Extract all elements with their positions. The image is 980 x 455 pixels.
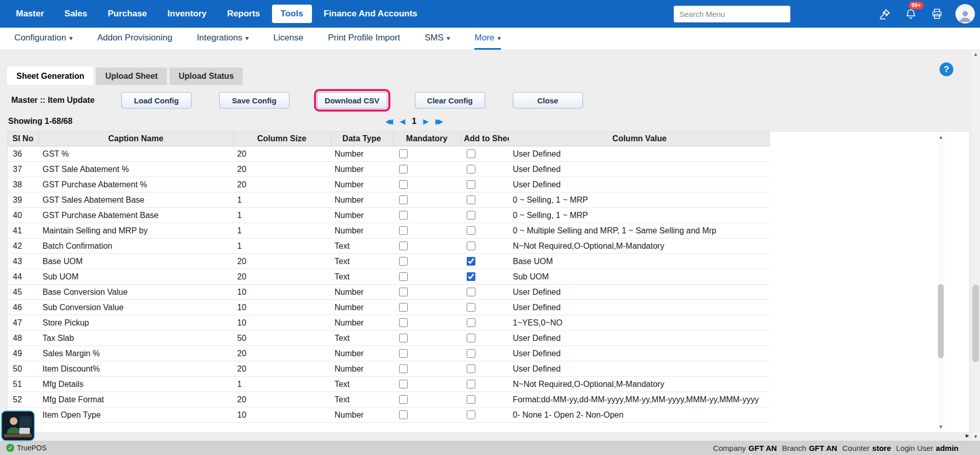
- page-scrollbar[interactable]: [971, 50, 980, 441]
- add-to-sheet-checkbox[interactable]: [467, 288, 475, 296]
- caption-name-cell: Mfg Date Format: [38, 392, 233, 407]
- mandatory-checkbox[interactable]: [399, 257, 408, 266]
- add-to-sheet-checkbox[interactable]: [467, 196, 475, 204]
- scrollbar-down-icon[interactable]: [971, 434, 980, 440]
- mandatory-checkbox[interactable]: [399, 410, 408, 419]
- save-config-button[interactable]: Save Config: [219, 92, 289, 109]
- mandatory-checkbox[interactable]: [399, 180, 408, 189]
- scrollbar-down-icon[interactable]: [937, 424, 945, 430]
- status-field-label: Login User: [896, 444, 933, 452]
- caption-name-cell: Batch Confirmation: [38, 238, 233, 253]
- topnav-item-master[interactable]: Master: [7, 5, 53, 23]
- mandatory-cell: [393, 407, 461, 422]
- topnav-item-finance-and-accounts[interactable]: Finance And Accounts: [315, 5, 426, 23]
- mandatory-checkbox[interactable]: [399, 303, 408, 312]
- add-to-sheet-cell: [461, 146, 509, 161]
- mandatory-checkbox[interactable]: [399, 364, 408, 373]
- add-to-sheet-cell: [461, 177, 509, 192]
- subnav-item-label: License: [274, 33, 304, 43]
- add-to-sheet-checkbox[interactable]: [467, 303, 475, 312]
- tab-upload-status[interactable]: Upload Status: [170, 68, 243, 85]
- download-csv-button[interactable]: Download CSV: [317, 92, 387, 109]
- status-field-value: admin: [936, 444, 958, 452]
- mandatory-checkbox[interactable]: [399, 272, 408, 281]
- subnav-item-addon-provisioning[interactable]: Addon Provisioning: [97, 28, 172, 50]
- add-to-sheet-checkbox[interactable]: [467, 180, 475, 189]
- top-navbar: MasterSalesPurchaseInventoryReportsTools…: [0, 0, 980, 28]
- data-type-cell: Number: [330, 161, 393, 177]
- scrollbar-up-icon[interactable]: [937, 134, 945, 140]
- clear-config-button[interactable]: Clear Config: [415, 92, 485, 109]
- sl-no-cell: 43: [8, 253, 38, 269]
- subnav-item-print-profile-import[interactable]: Print Profile Import: [328, 28, 400, 50]
- help-icon[interactable]: ?: [940, 62, 953, 76]
- topnav-item-tools[interactable]: Tools: [272, 5, 312, 23]
- mandatory-checkbox[interactable]: [399, 165, 408, 174]
- chevron-down-icon: [69, 33, 73, 43]
- gavel-icon[interactable]: [877, 6, 892, 21]
- mandatory-checkbox[interactable]: [399, 318, 408, 327]
- search-input[interactable]: [674, 6, 790, 23]
- add-to-sheet-checkbox[interactable]: [467, 410, 475, 419]
- topnav-item-inventory[interactable]: Inventory: [159, 5, 216, 23]
- subnav-item-more[interactable]: More: [474, 28, 501, 50]
- last-page-icon[interactable]: [435, 118, 443, 125]
- add-to-sheet-checkbox[interactable]: [467, 318, 475, 327]
- topnav-item-sales[interactable]: Sales: [56, 5, 96, 23]
- next-page-icon[interactable]: [423, 118, 429, 125]
- mandatory-checkbox[interactable]: [399, 349, 408, 358]
- close-button[interactable]: Close: [513, 92, 583, 109]
- table-row: 36GST %20NumberUser Defined: [8, 146, 770, 161]
- topnav-item-reports[interactable]: Reports: [218, 5, 268, 23]
- add-to-sheet-checkbox[interactable]: [467, 334, 475, 342]
- mandatory-checkbox[interactable]: [399, 226, 408, 235]
- mandatory-checkbox[interactable]: [399, 380, 408, 388]
- mandatory-checkbox[interactable]: [399, 149, 408, 158]
- load-config-button[interactable]: Load Config: [121, 92, 192, 109]
- subnav-item-label: Configuration: [14, 33, 66, 43]
- mandatory-checkbox[interactable]: [399, 395, 408, 404]
- column-value-cell: User Defined: [509, 330, 770, 345]
- add-to-sheet-checkbox[interactable]: [467, 395, 475, 404]
- prev-page-icon[interactable]: [400, 118, 405, 125]
- mandatory-checkbox[interactable]: [399, 334, 408, 342]
- tab-sheet-generation[interactable]: Sheet Generation: [7, 67, 93, 85]
- subnav-item-sms[interactable]: SMS: [425, 28, 450, 50]
- mandatory-checkbox[interactable]: [399, 196, 408, 204]
- mandatory-cell: [393, 146, 461, 161]
- mandatory-cell: [393, 269, 461, 284]
- page-scrollbar-thumb[interactable]: [972, 285, 979, 362]
- table-scrollbar-thumb[interactable]: [938, 284, 944, 358]
- current-page[interactable]: 1: [412, 117, 416, 126]
- mandatory-checkbox[interactable]: [399, 211, 408, 220]
- add-to-sheet-checkbox[interactable]: [467, 272, 475, 281]
- add-to-sheet-checkbox[interactable]: [467, 211, 475, 220]
- subnav-item-license[interactable]: License: [274, 28, 304, 50]
- mandatory-checkbox[interactable]: [399, 242, 408, 250]
- subnav-item-configuration[interactable]: Configuration: [14, 28, 73, 50]
- topnav-item-purchase[interactable]: Purchase: [99, 5, 156, 23]
- tab-upload-sheet[interactable]: Upload Sheet: [96, 68, 166, 85]
- add-to-sheet-checkbox[interactable]: [467, 380, 475, 388]
- add-to-sheet-checkbox[interactable]: [467, 226, 475, 235]
- data-type-cell: Number: [330, 146, 393, 161]
- sub-navbar: ConfigurationAddon ProvisioningIntegrati…: [0, 28, 980, 50]
- mandatory-cell: [393, 207, 461, 223]
- add-to-sheet-checkbox[interactable]: [467, 242, 475, 250]
- mandatory-cell: [393, 223, 461, 238]
- add-to-sheet-checkbox[interactable]: [467, 257, 475, 266]
- table-scrollbar[interactable]: [937, 133, 945, 431]
- bell-icon[interactable]: 99+: [903, 6, 919, 21]
- printer-icon[interactable]: [929, 6, 945, 21]
- add-to-sheet-checkbox[interactable]: [467, 149, 475, 158]
- data-type-cell: Text: [330, 253, 393, 269]
- subnav-item-integrations[interactable]: Integrations: [197, 28, 248, 50]
- mandatory-checkbox[interactable]: [399, 288, 408, 296]
- hscroll-right-icon[interactable]: [966, 433, 969, 438]
- first-page-icon[interactable]: [385, 118, 393, 125]
- add-to-sheet-checkbox[interactable]: [467, 364, 475, 373]
- add-to-sheet-checkbox[interactable]: [467, 165, 475, 174]
- scrollbar-up-icon[interactable]: [971, 51, 980, 57]
- avatar-icon[interactable]: [955, 4, 975, 24]
- add-to-sheet-checkbox[interactable]: [467, 349, 475, 358]
